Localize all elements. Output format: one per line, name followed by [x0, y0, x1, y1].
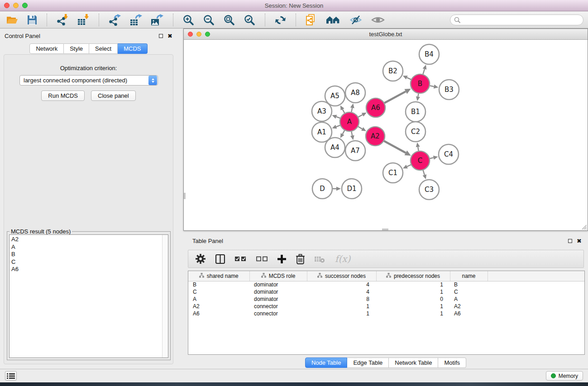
graph-node-B1[interactable]: B1: [406, 102, 425, 122]
column-header-successor-nodes[interactable]: successor nodes: [307, 271, 376, 281]
export-network-icon[interactable]: [109, 14, 121, 26]
edge-A-A8[interactable]: [351, 108, 352, 112]
edge-A2-C[interactable]: [384, 141, 406, 153]
graph-node-B3[interactable]: B3: [439, 80, 459, 100]
mcds-result-list[interactable]: A2ABCA6: [9, 234, 168, 358]
tab-motifs[interactable]: Motifs: [438, 357, 466, 368]
memory-button[interactable]: Memory: [546, 371, 583, 381]
zoom-selected-icon[interactable]: [244, 14, 255, 26]
table-row[interactable]: Bdominator41B: [188, 281, 584, 288]
graph-node-C3[interactable]: C3: [419, 180, 439, 200]
graph-node-C1[interactable]: C1: [383, 163, 403, 183]
graph-node-A4[interactable]: A4: [325, 138, 345, 157]
save-session-icon[interactable]: [27, 15, 37, 25]
graph-node-A2[interactable]: A2: [366, 127, 385, 146]
result-list-item[interactable]: A2: [11, 236, 160, 243]
result-list-item[interactable]: A6: [11, 266, 160, 273]
float-table-panel-icon[interactable]: [568, 239, 572, 243]
column-header-predecessor-nodes[interactable]: predecessor nodes: [376, 271, 450, 281]
result-list-scrollbar[interactable]: [162, 235, 168, 357]
zoom-in-icon[interactable]: [183, 14, 194, 26]
graph-node-C2[interactable]: C2: [406, 122, 425, 142]
float-panel-icon[interactable]: [159, 34, 163, 38]
tab-network[interactable]: Network: [29, 43, 64, 54]
export-image-icon[interactable]: [151, 14, 163, 26]
graph-node-A[interactable]: A: [340, 112, 359, 131]
add-column-plus-icon[interactable]: [277, 255, 286, 263]
run-mcds-button[interactable]: Run MCDS: [41, 91, 85, 101]
edge-C-C1[interactable]: [407, 165, 411, 167]
graph-node-D1[interactable]: D1: [342, 179, 362, 199]
tab-mcds[interactable]: MCDS: [118, 43, 147, 54]
graph-node-A6[interactable]: A6: [366, 98, 385, 117]
tab-edge-table[interactable]: Edge Table: [347, 357, 389, 368]
graph-node-B4[interactable]: B4: [419, 44, 439, 64]
edge-A-A4[interactable]: [343, 130, 345, 134]
delete-column-trash-icon[interactable]: [296, 254, 305, 264]
hide-glyphs-icon[interactable]: [349, 14, 362, 25]
close-panel-button[interactable]: Close panel: [91, 91, 136, 101]
column-header-shared-name[interactable]: shared name: [188, 271, 249, 281]
network-graph[interactable]: B4B2BB3A5A8A6B1A3AA1C2A2A4A7C4CC1C3DD1: [184, 40, 588, 230]
deselect-all-checkboxes-icon[interactable]: [256, 256, 268, 262]
edge-A-A6[interactable]: [358, 115, 362, 117]
tab-select[interactable]: Select: [89, 43, 118, 54]
refresh-icon[interactable]: [275, 14, 286, 26]
zoom-fit-icon[interactable]: [224, 14, 235, 26]
edge-C-C2[interactable]: [418, 147, 418, 151]
graph-node-A3[interactable]: A3: [312, 101, 332, 121]
edge-A-A2[interactable]: [358, 127, 362, 129]
table-row[interactable]: A6connector11A6: [188, 310, 584, 317]
show-view-eye-icon[interactable]: [371, 15, 385, 24]
close-table-panel-icon[interactable]: ✖: [577, 238, 582, 244]
result-list-item[interactable]: A: [11, 243, 160, 251]
table-row[interactable]: Adominator80A: [188, 295, 584, 303]
table-settings-gear-icon[interactable]: [196, 254, 206, 264]
edge-B-B4[interactable]: [423, 69, 425, 74]
zoom-out-icon[interactable]: [203, 14, 215, 26]
node-table[interactable]: shared nameMCDS rolesuccessor nodesprede…: [188, 271, 585, 355]
edge-B-B1[interactable]: [418, 94, 418, 97]
horizontal-scroll-nub[interactable]: [382, 229, 388, 230]
search-input[interactable]: [462, 17, 579, 24]
task-history-button[interactable]: [5, 371, 17, 381]
resize-grip-icon[interactable]: [581, 224, 587, 230]
table-row[interactable]: A2connector11A2: [188, 303, 584, 310]
edge-C-C3[interactable]: [423, 170, 425, 175]
select-all-checkboxes-icon[interactable]: [235, 256, 246, 262]
optimization-criterion-dropdown[interactable]: largest connected component (directed): [19, 75, 158, 86]
export-table-icon[interactable]: [130, 14, 142, 26]
home-icon[interactable]: [326, 15, 340, 25]
edge-B-B3[interactable]: [430, 86, 434, 86]
edge-A-A1[interactable]: [336, 125, 340, 127]
edge-B-B2[interactable]: [407, 77, 411, 79]
new-network-from-file-icon[interactable]: [306, 14, 317, 26]
close-panel-icon[interactable]: ✖: [167, 33, 172, 39]
network-window-titlebar[interactable]: testGlobe.txt: [184, 29, 588, 40]
graph-node-B[interactable]: B: [411, 74, 430, 93]
column-header-mcds-role[interactable]: MCDS role: [249, 271, 307, 281]
graph-node-C4[interactable]: C4: [439, 144, 459, 164]
import-network-icon[interactable]: [57, 14, 68, 26]
edge-C-C4[interactable]: [430, 157, 433, 158]
open-session-icon[interactable]: [6, 15, 18, 25]
graph-node-D[interactable]: D: [312, 179, 332, 199]
result-list-item[interactable]: B: [11, 251, 160, 258]
network-canvas[interactable]: B4B2BB3A5A8A6B1A3AA1C2A2A4A7C4CC1C3DD1: [184, 40, 588, 230]
graph-node-C[interactable]: C: [411, 151, 430, 170]
column-header-name[interactable]: name: [450, 271, 488, 281]
graph-node-B2[interactable]: B2: [383, 61, 403, 81]
tab-node-table[interactable]: Node Table: [305, 357, 348, 368]
vertical-scroll-nub[interactable]: [184, 193, 186, 199]
import-table-icon[interactable]: [77, 14, 89, 26]
tab-style[interactable]: Style: [64, 43, 89, 54]
edge-A-A3[interactable]: [336, 117, 340, 118]
show-columns-icon[interactable]: [215, 254, 225, 264]
edge-A-A7[interactable]: [351, 132, 352, 136]
graph-node-A8[interactable]: A8: [345, 83, 365, 103]
graph-node-A7[interactable]: A7: [345, 141, 365, 161]
edge-A6-B[interactable]: [384, 91, 406, 103]
table-row[interactable]: Cdominator41C: [188, 288, 584, 295]
result-list-item[interactable]: C: [11, 258, 160, 266]
search-field[interactable]: [450, 14, 583, 25]
